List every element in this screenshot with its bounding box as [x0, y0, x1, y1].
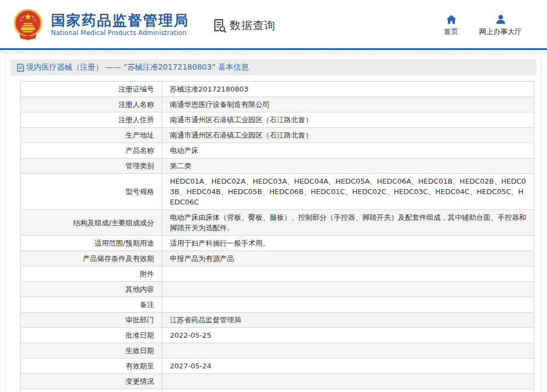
nav-home-label: 首页 — [444, 27, 458, 37]
table-row-model-specs: 型号规格 HEDC01A、HEDC02A、HEDC03A、HEDC04A、HED… — [21, 174, 534, 210]
field-label: 产品名称 — [21, 143, 162, 158]
data-query-label: 数据查询 — [230, 18, 276, 33]
field-value — [162, 282, 534, 297]
header-nav: 首页 网上办事大厅 — [444, 15, 522, 37]
table-row-attachments: 附件 — [21, 266, 534, 282]
field-label: 生效日期 — [21, 343, 162, 359]
field-value: 苏械注准20172180803 — [162, 82, 534, 97]
table-row-management-class: 管理类别 第二类 — [21, 158, 534, 174]
nmpa-emblem-logo — [12, 8, 44, 41]
nav-online-hall[interactable]: 网上办事大厅 — [479, 15, 522, 37]
table-row-remarks: 备注 — [21, 297, 534, 313]
field-label: 型号规格 — [21, 174, 162, 210]
field-label: 有效期至 — [21, 359, 162, 374]
table-row-intended-use: 适用范围/预期用途 适用于妇产科施行一般手术用。 — [21, 236, 534, 251]
registration-info-table: 注册证编号 苏械注准20172180803 注册人名称 南通华恩医疗设备制造有限… — [20, 81, 534, 392]
content-panel: 境内医疗器械（注册） —— “苏械注准20172180803” 基本信息 注册证… — [5, 53, 542, 392]
table-row-registrant-name: 注册人名称 南通华恩医疗设备制造有限公司 — [21, 97, 534, 112]
field-label: 批准日期 — [21, 328, 162, 343]
field-label: 注册人名称 — [21, 97, 162, 112]
document-search-icon — [212, 18, 227, 33]
field-label: 适用范围/预期用途 — [21, 236, 162, 251]
field-value: 南通华恩医疗设备制造有限公司 — [162, 97, 534, 112]
field-label: 备注 — [21, 297, 162, 313]
page-title: 境内医疗器械（注册） —— “苏械注准20172180803” 基本信息 — [26, 63, 249, 72]
nav-home[interactable]: 首页 — [444, 15, 458, 37]
table-row-expiry-date: 有效期至 2027-05-24 — [21, 359, 534, 374]
field-value: 详情 — [162, 389, 534, 392]
field-label: 注册证编号 — [21, 82, 162, 97]
table-row-change-status: 变更情况 — [21, 374, 534, 389]
field-label: 其他内容 — [21, 282, 162, 297]
table-row-note: 注 详情 — [21, 389, 534, 392]
field-label: 注 — [21, 389, 162, 392]
field-label: 变更情况 — [21, 374, 162, 389]
home-icon — [446, 15, 457, 24]
user-icon — [495, 15, 506, 24]
field-value: 2027-05-24 — [162, 359, 534, 374]
site-header: 国家药品监督管理局 National Medical Products Admi… — [0, 0, 547, 48]
page-title-bar: 境内医疗器械（注册） —— “苏械注准20172180803” 基本信息 — [10, 59, 537, 76]
field-value: 适用于妇产科施行一般手术用。 — [162, 236, 534, 251]
brand-block: 国家药品监督管理局 National Medical Products Admi… — [51, 12, 189, 37]
table-row-approval-date: 批准日期 2022-05-25 — [21, 328, 534, 343]
document-icon — [17, 64, 24, 72]
field-value: HEDC01A、HEDC02A、HEDC03A、HEDC04A、HEDC05A、… — [162, 174, 534, 210]
field-value: 江苏省药品监督管理局 — [162, 313, 534, 328]
field-value: 申报产品为有源产品 — [162, 251, 534, 266]
data-query-section: 数据查询 — [212, 18, 276, 33]
table-row-registrant-address: 注册人住所 南通市通州区石港镇工业园区（石江路北首） — [21, 112, 534, 128]
field-value — [162, 266, 534, 282]
field-label: 注册人住所 — [21, 112, 162, 128]
field-label: 管理类别 — [21, 158, 162, 174]
table-row-cert-no: 注册证编号 苏械注准20172180803 — [21, 82, 534, 97]
nav-online-hall-label: 网上办事大厅 — [479, 27, 522, 37]
table-row-other-content: 其他内容 — [21, 282, 534, 297]
field-value: 电动产床由床体（背板、臀板、腿板）、控制部分（手控器、脚踏开关）及配套件组成，其… — [162, 210, 534, 236]
field-label: 结构及组成/主要组成成分 — [21, 210, 162, 236]
table-row-approval-department: 审批部门 江苏省药品监督管理局 — [21, 313, 534, 328]
brand-title-cn: 国家药品监督管理局 — [51, 12, 189, 29]
field-value — [162, 297, 534, 313]
field-label: 生产地址 — [21, 128, 162, 143]
field-value: 第二类 — [162, 158, 534, 174]
table-row-effective-date: 生效日期 — [21, 343, 534, 359]
field-value: 南通市通州区石港镇工业园区（石江路北首） — [162, 112, 534, 128]
table-row-storage-validity: 产品储存条件及有效期 申报产品为有源产品 — [21, 251, 534, 266]
field-label: 产品储存条件及有效期 — [21, 251, 162, 266]
table-row-product-name: 产品名称 电动产床 — [21, 143, 534, 158]
field-value: 电动产床 — [162, 143, 534, 158]
field-value — [162, 374, 534, 389]
field-value: 南通市通州区石港镇工业园区（石江路北首） — [162, 128, 534, 143]
field-label: 审批部门 — [21, 313, 162, 328]
field-value — [162, 343, 534, 359]
table-row-structure-composition: 结构及组成/主要组成成分 电动产床由床体（背板、臀板、腿板）、控制部分（手控器、… — [21, 210, 534, 236]
table-row-production-address: 生产地址 南通市通州区石港镇工业园区（石江路北首） — [21, 128, 534, 143]
field-value: 2022-05-25 — [162, 328, 534, 343]
field-label: 附件 — [21, 266, 162, 282]
brand-title-en: National Medical Products Administration — [51, 29, 189, 37]
